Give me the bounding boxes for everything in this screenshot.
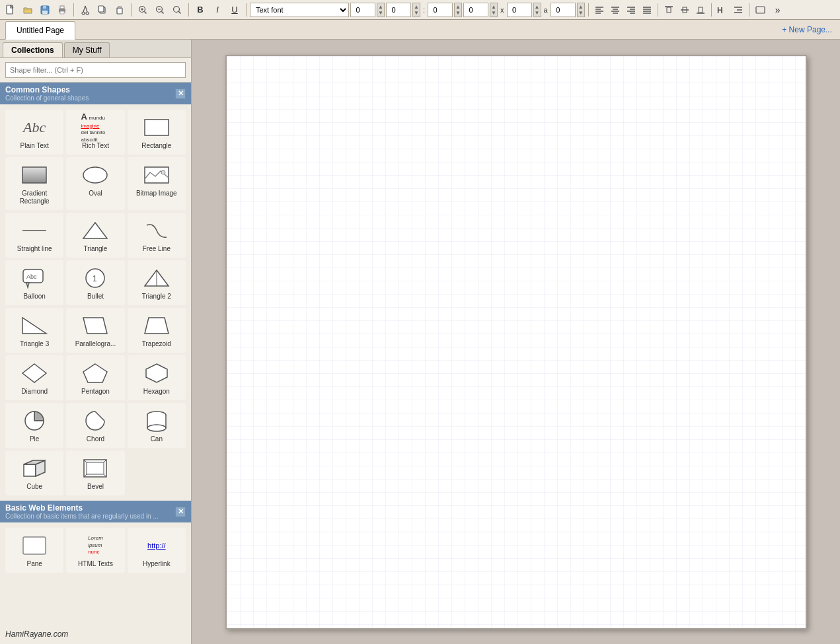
tab-mystuff[interactable]: My Stuff [64,42,110,57]
shape-gradient-rectangle[interactable]: Gradient Rectangle [5,157,63,210]
shape-rich-text[interactable]: A munduimaginedel tannitoabscdit Rich Te… [66,110,124,155]
shape-straight-line[interactable]: Straight line [5,213,63,258]
shape-pane[interactable]: Pane [5,528,63,573]
sep6 [658,3,658,17]
spinner1: ▲▼ [377,3,385,17]
justify-button[interactable] [640,3,654,17]
svg-point-53 [83,167,107,183]
zoom-reset-button[interactable] [169,2,185,18]
shape-triangle[interactable]: Triangle [66,213,124,258]
zoom-in-button[interactable] [135,2,151,18]
svg-marker-70 [146,364,167,382]
spinner5: ▲▼ [533,3,541,17]
underline-button[interactable]: U [227,2,243,18]
shape-pentagon[interactable]: Pentagon [66,355,124,400]
shape-hyperlink[interactable]: http:// Hyperlink [128,528,186,573]
svg-point-76 [147,425,166,431]
tab-collections[interactable]: Collections [3,42,63,57]
font-select[interactable]: Text font [250,3,349,17]
sep5 [588,3,589,17]
y-pos-input[interactable] [428,3,453,17]
shape-bevel[interactable]: Bevel [66,450,124,495]
window-button[interactable] [753,2,769,18]
canvas-area[interactable] [192,40,840,644]
shape-bullet[interactable]: 1 Bullet [66,260,124,305]
shape-can[interactable]: Can [128,403,186,448]
tab-untitled-page[interactable]: Untitled Page [5,21,75,40]
valign-top-button[interactable] [662,3,676,17]
paste-button[interactable] [112,2,128,18]
svg-line-10 [85,6,87,12]
font-size-input[interactable] [350,3,375,17]
sep4 [246,3,247,17]
svg-marker-69 [83,364,107,382]
basic-web-close[interactable]: ✕ [175,507,186,517]
shape-triangle3[interactable]: Triangle 3 [5,308,63,353]
align-right-button[interactable] [624,3,638,17]
angle-input[interactable] [551,3,576,17]
svg-rect-41 [667,7,671,13]
svg-marker-67 [145,318,169,334]
shape-diamond[interactable]: Diamond [5,355,63,400]
common-shapes-header[interactable]: Common Shapes Collection of general shap… [0,83,191,104]
svg-marker-57 [83,223,107,238]
svg-rect-51 [145,120,169,135]
open-button[interactable] [20,2,36,18]
svg-rect-6 [60,11,64,14]
sidebar: Collections My Stuff Common Shapes Colle… [0,40,192,644]
shape-search-input[interactable] [5,62,186,78]
svg-rect-45 [699,7,703,13]
shape-rectangle[interactable]: Rectangle [128,110,186,155]
indent-button[interactable] [731,3,745,17]
tabs-bar: Untitled Page + New Page... [0,20,840,40]
print-button[interactable] [54,2,70,18]
x-pos-input[interactable] [386,3,411,17]
svg-marker-68 [22,364,46,382]
shape-bitmap-image[interactable]: Bitmap Image [128,157,186,210]
zoom-out-button[interactable] [152,2,168,18]
italic-button[interactable]: I [210,2,225,18]
shape-cube[interactable]: Cube [5,450,63,495]
width-input[interactable] [463,3,488,17]
shape-free-line[interactable]: Free Line [128,213,186,258]
shape-hexagon[interactable]: Hexagon [128,355,186,400]
shape-balloon[interactable]: Abc Balloon [5,260,63,305]
common-shapes-close[interactable]: ✕ [175,89,186,99]
canvas[interactable] [225,55,807,629]
svg-text:H: H [717,6,723,15]
valign-bottom-button[interactable] [693,3,708,17]
shape-triangle2[interactable]: Triangle 2 [128,260,186,305]
new-page-button[interactable]: + New Page... [782,25,832,34]
svg-rect-5 [60,6,64,9]
shape-pie[interactable]: Pie [5,403,63,448]
save-all-button[interactable] [37,2,53,18]
colon-sep: : [422,6,426,14]
copy-button[interactable] [95,2,110,18]
common-shapes-grid: Abc Plain Text A munduimaginedel tannito… [0,104,191,501]
valign-mid-button[interactable] [677,3,692,17]
align-center-button[interactable] [608,3,623,17]
shape-plain-text[interactable]: Abc Plain Text [5,110,63,155]
cut-button[interactable] [77,2,93,18]
bold-button[interactable]: B [192,2,208,18]
new-doc-button[interactable] [3,2,19,18]
shape-parallelogram[interactable]: Parallelogra... [66,308,124,353]
svg-line-9 [83,6,85,12]
search-box [0,58,191,83]
watermark: HamiRayane.com [5,629,68,639]
sep7 [711,3,712,17]
svg-marker-59 [26,283,29,287]
basic-web-header[interactable]: Basic Web Elements Collection of basic i… [0,501,191,522]
shape-chord[interactable]: Chord [66,403,124,448]
svg-line-21 [162,11,164,13]
spinner2: ▲▼ [412,3,420,17]
svg-rect-12 [98,6,104,12]
heading-button[interactable]: H [715,3,730,17]
sep8 [749,3,749,17]
more-button[interactable]: » [770,2,786,18]
shape-oval[interactable]: Oval [66,157,124,210]
align-left-button[interactable] [592,3,607,17]
height-input[interactable] [507,3,532,17]
shape-trapezoid[interactable]: Trapezoid [128,308,186,353]
shape-html-texts[interactable]: Loremipsumnunc HTML Texts [66,528,124,573]
